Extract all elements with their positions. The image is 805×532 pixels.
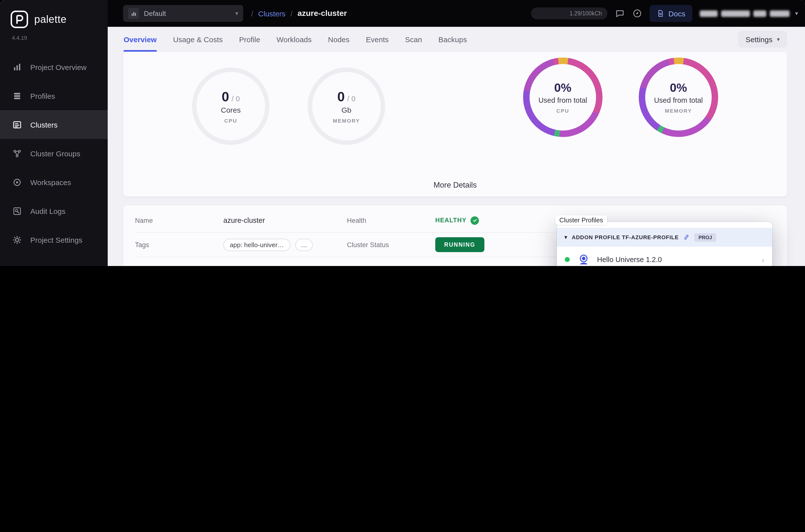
sidebar-item-label: Project Settings: [30, 235, 82, 244]
account-redacted-block: [753, 10, 766, 17]
account-redacted-block: [721, 10, 750, 17]
account-redacted-block: [770, 10, 790, 17]
memory-gauge: 0/ 0 Gb MEMORY: [308, 68, 385, 145]
breadcrumb-separator: /: [251, 9, 253, 18]
app-version: 4.4.19: [0, 29, 108, 41]
memory-usage-donut: 0% Used from total MEMORY: [639, 58, 718, 137]
chevron-down-icon: ▾: [777, 36, 780, 42]
memory-usage-caption: Used from total: [654, 96, 703, 104]
document-icon: [657, 10, 665, 17]
docs-button[interactable]: Docs: [650, 5, 692, 22]
cpu-unit: Cores: [221, 106, 241, 114]
details-left-column: Name azure-cluster Tags app: hello-unive…: [135, 208, 347, 266]
chart-icon: [13, 62, 22, 72]
memory-usage-label: MEMORY: [665, 108, 692, 114]
cpu-used: 0: [222, 89, 229, 104]
cpu-usage-donut: 0% Used from total CPU: [523, 58, 602, 137]
sidebar-item-label: Project Overview: [30, 63, 87, 71]
topbar-right: 1.29/100kCh Docs ▾: [531, 5, 798, 22]
cpu-gauge: 0/ 0 Cores CPU: [192, 68, 269, 145]
tab-workloads[interactable]: Workloads: [277, 27, 312, 52]
tags-overflow-pill[interactable]: …: [295, 239, 313, 251]
chevron-down-icon: ▾: [564, 234, 567, 241]
addon-profile-section-header[interactable]: ▾ ADDON PROFILE TF-AZURE-PROFILE PROJ: [557, 228, 772, 247]
memory-usage-percent: 0%: [670, 81, 687, 95]
sidebar-nav: Project Overview Profiles Clusters Clust…: [0, 53, 108, 254]
hello-universe-icon: [577, 253, 590, 266]
memory-unit: Gb: [342, 106, 351, 114]
nodes-icon: [13, 149, 22, 158]
cpu-usage-caption: Used from total: [538, 96, 587, 104]
tab-overview[interactable]: Overview: [123, 27, 157, 52]
sidebar-item-label: Cluster Groups: [30, 149, 80, 157]
tab-events[interactable]: Events: [366, 27, 389, 52]
cpu-usage-label: CPU: [556, 108, 569, 114]
gear-icon: [13, 235, 22, 244]
sidebar-item-clusters[interactable]: Clusters: [0, 110, 108, 139]
tab-scan[interactable]: Scan: [405, 27, 422, 52]
sidebar-item-project-settings[interactable]: Project Settings: [0, 225, 108, 254]
memory-total: / 0: [347, 94, 356, 102]
status-badge[interactable]: RUNNING: [435, 237, 484, 252]
cluster-profiles-title: Cluster Profiles: [555, 215, 607, 225]
cpu-usage-percent: 0%: [554, 81, 571, 95]
compass-icon[interactable]: [632, 8, 642, 18]
upgrade-view-details-link[interactable]: View Details: [435, 265, 475, 266]
breadcrumb: / Clusters / azure-cluster: [251, 9, 347, 18]
status-dot: [565, 257, 570, 262]
project-selector[interactable]: Default ▾: [123, 5, 243, 22]
chevron-down-icon: ▾: [235, 10, 238, 17]
palette-logo-icon: [10, 10, 29, 29]
metrics-card: 0/ 0 Cores CPU 0/ 0 Gb MEMORY 0% Used fr…: [123, 52, 787, 196]
health-status: HEALTHY: [435, 216, 479, 225]
sidebar-item-label: Workspaces: [30, 178, 71, 186]
sidebar-item-cluster-groups[interactable]: Cluster Groups: [0, 139, 108, 168]
sidebar-item-label: Clusters: [30, 120, 58, 129]
palette-app: palette 4.4.19 Project Overview Profiles…: [0, 0, 805, 266]
sidebar-item-workspaces[interactable]: Workspaces: [0, 168, 108, 196]
detail-row-description: Description Not specified.: [135, 257, 347, 266]
sidebar: palette 4.4.19 Project Overview Profiles…: [0, 0, 108, 266]
chevron-down-icon: ▾: [795, 10, 798, 17]
profile-item-hello-universe[interactable]: Hello Universe 1.2.0 ›: [557, 247, 772, 266]
brand-name: palette: [34, 13, 66, 25]
settings-label: Settings: [746, 35, 772, 43]
target-icon: [13, 177, 22, 187]
detail-row-name: Name azure-cluster: [135, 208, 347, 233]
clusters-icon: [13, 120, 22, 129]
layers-icon: [13, 91, 22, 100]
usage-meter: 1.29/100kCh: [531, 7, 608, 19]
cpu-total: / 0: [231, 94, 240, 102]
breadcrumb-separator: /: [290, 9, 292, 18]
settings-button[interactable]: Settings ▾: [738, 31, 787, 48]
tab-profile[interactable]: Profile: [239, 27, 260, 52]
cluster-profiles-panel: Cluster Profiles ▾ ADDON PROFILE TF-AZUR…: [557, 222, 772, 266]
account-menu[interactable]: ▾: [700, 10, 798, 17]
usage-value: 1.29/100kCh: [570, 11, 602, 16]
chevron-right-icon: ›: [762, 255, 764, 264]
tab-usage-costs[interactable]: Usage & Costs: [173, 27, 223, 52]
tag-pill[interactable]: app: hello-univer…: [223, 239, 290, 251]
docs-label: Docs: [669, 9, 685, 18]
chat-icon[interactable]: [615, 8, 625, 18]
tab-backups[interactable]: Backups: [439, 27, 467, 52]
sidebar-item-label: Audit Logs: [30, 207, 65, 215]
detail-row-tags: Tags app: hello-univer… …: [135, 233, 347, 257]
doc-search-icon: [13, 206, 22, 216]
sidebar-item-profiles[interactable]: Profiles: [0, 81, 108, 110]
breadcrumb-clusters-link[interactable]: Clusters: [258, 9, 285, 18]
project-selector-icon: [128, 8, 139, 19]
link-icon: [683, 234, 690, 241]
scope-badge: PROJ: [694, 233, 716, 242]
more-details-button[interactable]: More Details: [123, 180, 787, 190]
check-circle-icon: [471, 216, 479, 225]
topbar: Default ▾ / Clusters / azure-cluster 1.2…: [108, 0, 805, 27]
cluster-tabbar: Overview Usage & Costs Profile Workloads…: [108, 27, 805, 52]
memory-caption: MEMORY: [333, 117, 360, 123]
cpu-caption: CPU: [224, 117, 237, 123]
tab-nodes[interactable]: Nodes: [328, 27, 350, 52]
sidebar-item-project-overview[interactable]: Project Overview: [0, 53, 108, 81]
project-selector-value: Default: [144, 10, 230, 17]
sidebar-item-audit-logs[interactable]: Audit Logs: [0, 196, 108, 225]
sidebar-item-label: Profiles: [30, 92, 55, 100]
